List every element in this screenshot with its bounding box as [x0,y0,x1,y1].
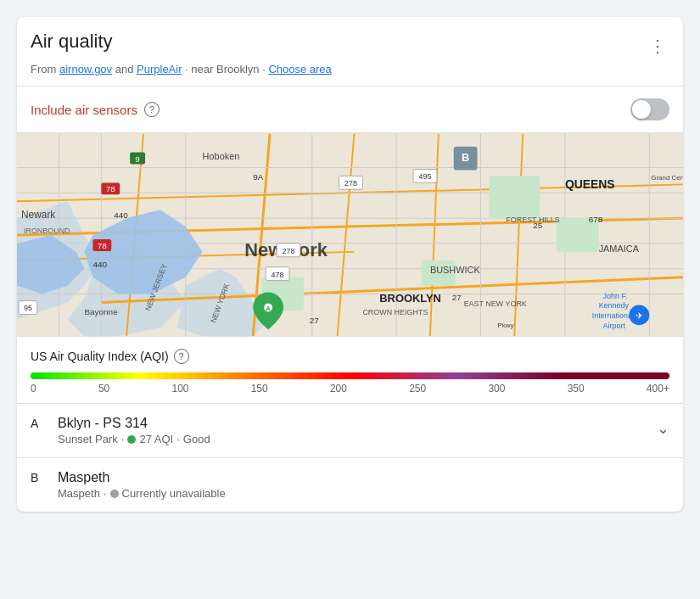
aqi-label-100: 100 [171,383,188,395]
svg-text:440: 440 [114,210,128,220]
station-item-a: A Bklyn - PS 314 Sunset Park · 27 AQI · … [17,404,683,458]
svg-text:Grand Central: Grand Central [651,174,683,182]
aqi-label-400plus: 400+ [647,383,669,395]
choose-area-link[interactable]: Choose area [268,63,331,76]
svg-text:Airport: Airport [603,322,626,330]
svg-text:78: 78 [98,241,108,250]
station-aqi-a: 27 AQI [139,433,173,445]
separator-b: · [104,487,107,500]
svg-text:A: A [266,305,271,312]
station-status-b: Currently unavailable [122,487,226,500]
subtitle: From airnow.gov and PurpleAir · near Bro… [31,63,669,76]
svg-text:278: 278 [283,247,295,255]
svg-text:QUEENS: QUEENS [565,177,615,191]
aqi-label-150: 150 [251,383,268,395]
svg-text:9: 9 [135,154,140,164]
station-letter-a: A [31,416,44,430]
svg-text:9A: 9A [253,172,264,182]
svg-text:27: 27 [310,316,320,325]
station-info-a: Bklyn - PS 314 Sunset Park · 27 AQI · Go… [58,416,643,445]
page-title: Air quality [31,31,113,53]
station-info-b: Maspeth Maspeth · Currently unavailable [58,470,669,500]
station-letter-b: B [31,470,44,484]
aqi-dot-b [110,490,119,498]
svg-text:Kennedy: Kennedy [599,301,630,310]
station-name-a: Bklyn - PS 314 [58,416,643,431]
aqi-section: US Air Quality Index (AQI) ? 0 50 100 15… [17,337,683,404]
aqi-bar-container: 0 50 100 150 200 250 300 350 400+ [31,372,669,395]
aqi-label-200: 200 [330,383,347,395]
station-item-b: B Maspeth Maspeth · Currently unavailabl… [17,458,683,512]
separator-a: · [121,433,125,445]
subtitle-location: · near Brooklyn · [182,63,269,76]
svg-text:✈: ✈ [636,311,643,321]
svg-text:John F.: John F. [603,292,628,300]
station-name-b: Maspeth [58,470,669,485]
sensors-help-icon[interactable]: ? [144,102,160,117]
subtitle-and: and [112,63,137,76]
aqi-bar [31,372,669,379]
separator-a2: · [176,433,180,445]
station-neighborhood-a: Sunset Park [58,433,118,445]
svg-text:International: International [592,311,634,320]
svg-text:CROWN HEIGHTS: CROWN HEIGHTS [362,308,428,316]
svg-text:95: 95 [24,304,32,312]
svg-text:B: B [462,151,469,164]
aqi-label-50: 50 [98,383,109,395]
svg-text:478: 478 [272,271,284,279]
svg-text:78: 78 [106,184,116,193]
svg-text:440: 440 [92,260,107,269]
station-status-a: Good [183,433,210,445]
toggle-track[interactable] [630,98,669,120]
svg-text:EAST NEW YORK: EAST NEW YORK [464,300,527,308]
chevron-down-icon-a[interactable]: ⌄ [657,416,669,438]
air-quality-card: Air quality ⋮ From airnow.gov and Purple… [17,17,683,512]
svg-text:25: 25 [533,221,543,230]
svg-text:JAMAICA: JAMAICA [599,244,640,254]
station-neighborhood-b: Maspeth [58,487,100,500]
svg-text:495: 495 [418,172,431,181]
svg-text:IRONBOUND: IRONBOUND [24,227,70,235]
aqi-labels: 0 50 100 150 200 250 300 350 400+ [31,383,669,395]
aqi-label-300: 300 [488,383,505,395]
sensors-label: Include air sensors ? [31,102,160,117]
svg-text:Newark: Newark [21,209,55,221]
map-area: New York Hoboken Newark IRONBOUND QUEENS… [17,133,683,337]
header: Air quality ⋮ From airnow.gov and Purple… [17,17,683,87]
aqi-title: US Air Quality Index (AQI) ? [31,349,669,364]
aqi-dot-a [127,435,136,444]
svg-text:278: 278 [344,179,357,188]
aqi-title-text: US Air Quality Index (AQI) [31,350,169,363]
sensors-row: Include air sensors ? [17,87,683,133]
sensors-toggle[interactable] [630,98,669,120]
aqi-label-350: 350 [568,383,585,395]
svg-text:678: 678 [589,215,603,224]
toggle-thumb [632,100,651,119]
station-detail-b: Maspeth · Currently unavailable [58,487,669,500]
svg-text:27: 27 [452,294,462,303]
svg-text:BROOKLYN: BROOKLYN [379,292,441,305]
svg-text:Pkwy: Pkwy [497,322,513,329]
more-menu-icon[interactable]: ⋮ [646,32,669,59]
map-svg: New York Hoboken Newark IRONBOUND QUEENS… [17,133,683,337]
aqi-label-0: 0 [31,383,36,395]
airnow-link[interactable]: airnow.gov [59,63,112,76]
svg-text:Bayonne: Bayonne [84,307,118,316]
aqi-label-250: 250 [409,383,426,395]
svg-text:Hoboken: Hoboken [203,151,240,161]
purpleair-link[interactable]: PurpleAir [137,63,182,76]
subtitle-prefix: From [31,63,59,76]
aqi-help-icon[interactable]: ? [174,349,189,364]
sensors-text: Include air sensors [31,103,137,117]
svg-text:BUSHWICK: BUSHWICK [430,265,481,275]
svg-rect-28 [489,176,540,218]
station-detail-a: Sunset Park · 27 AQI · Good [58,433,643,445]
